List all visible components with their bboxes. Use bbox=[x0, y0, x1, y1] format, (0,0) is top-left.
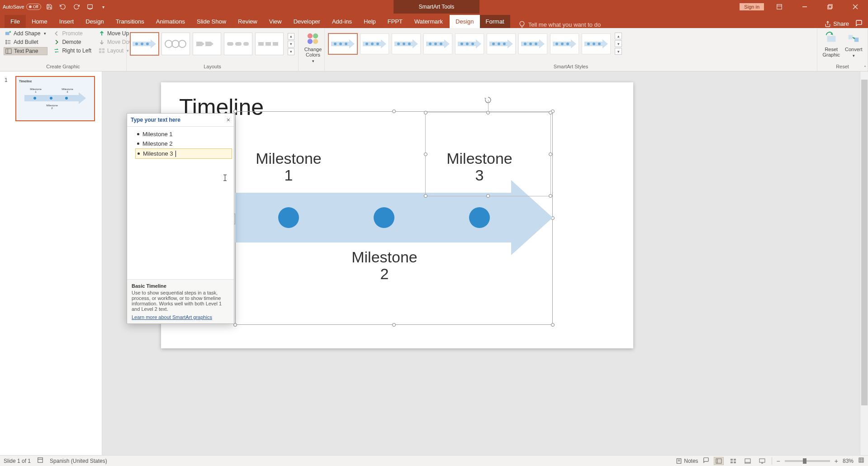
svg-rect-20 bbox=[102, 51, 104, 53]
styles-more[interactable]: ▴▾▾ bbox=[615, 33, 622, 55]
style-option-5[interactable] bbox=[455, 33, 484, 54]
fit-to-window-icon[interactable] bbox=[858, 457, 864, 465]
tab-animations[interactable]: Animations bbox=[150, 15, 191, 28]
tab-file[interactable]: File bbox=[5, 15, 26, 28]
tab-view[interactable]: View bbox=[263, 15, 288, 28]
change-colors-button[interactable]: Change Colors▾ bbox=[300, 30, 326, 63]
timeline-dot-1[interactable] bbox=[278, 207, 299, 228]
promote-button[interactable]: Promote bbox=[52, 30, 93, 37]
zoom-in-button[interactable]: + bbox=[835, 457, 838, 465]
add-shape-button[interactable]: Add Shape▾ bbox=[4, 30, 47, 37]
layout-option-1[interactable] bbox=[130, 33, 159, 55]
add-bullet-button[interactable]: Add Bullet bbox=[4, 38, 47, 46]
zoom-out-button[interactable]: − bbox=[777, 457, 780, 465]
reading-view-icon[interactable] bbox=[743, 457, 753, 465]
close-icon[interactable] bbox=[845, 0, 865, 14]
qat-more-icon[interactable]: ▾ bbox=[98, 1, 109, 12]
style-option-8[interactable] bbox=[550, 33, 579, 54]
slide-sorter-view-icon[interactable] bbox=[728, 457, 738, 465]
style-option-1[interactable] bbox=[328, 33, 357, 54]
arrow-left-icon bbox=[53, 30, 60, 37]
share-button[interactable]: Share bbox=[825, 20, 849, 27]
svg-rect-15 bbox=[6, 49, 11, 54]
start-from-beginning-icon[interactable] bbox=[85, 1, 95, 12]
minimize-icon[interactable] bbox=[795, 0, 815, 14]
tell-me-search[interactable]: Tell me what you want to do bbox=[518, 21, 601, 28]
group-label-layouts: Layouts bbox=[130, 62, 294, 71]
group-create-graphic: Add Shape▾ Add Bullet Text Pane Promote … bbox=[0, 28, 127, 71]
comments-icon[interactable] bbox=[855, 19, 863, 28]
tab-insert[interactable]: Insert bbox=[53, 15, 80, 28]
tab-watermark[interactable]: Watermark bbox=[408, 15, 449, 28]
group-smartart-styles: ▴▾▾ SmartArt Styles bbox=[325, 28, 817, 71]
autosave-toggle[interactable]: AutoSave Off bbox=[3, 4, 41, 10]
layout-option-2[interactable] bbox=[161, 33, 190, 55]
style-option-7[interactable] bbox=[518, 33, 547, 54]
reset-graphic-button[interactable]: Reset Graphic bbox=[821, 30, 842, 58]
tab-help[interactable]: Help bbox=[358, 15, 382, 28]
tab-developer[interactable]: Developer bbox=[288, 15, 326, 28]
convert-button[interactable]: Convert▾ bbox=[844, 30, 864, 58]
vertical-scrollbar[interactable] bbox=[860, 71, 868, 455]
svg-rect-38 bbox=[827, 36, 835, 42]
milestone-label-2[interactable]: Milestone2 bbox=[344, 249, 425, 283]
scrollbar-thumb[interactable] bbox=[861, 80, 868, 405]
smartart-timeline[interactable]: › Milestone1 Milestone2 Milestone3 bbox=[235, 111, 553, 325]
undo-icon[interactable] bbox=[57, 1, 68, 12]
text-pane-close-icon[interactable]: × bbox=[227, 116, 230, 124]
layout-option-5[interactable] bbox=[255, 33, 284, 55]
zoom-slider[interactable] bbox=[785, 460, 830, 462]
tab-smartart-design[interactable]: Design bbox=[450, 15, 479, 28]
zoom-level[interactable]: 83% bbox=[843, 458, 854, 464]
style-option-3[interactable] bbox=[392, 33, 421, 54]
text-pane-item-1[interactable]: Milestone 1 bbox=[135, 129, 232, 139]
tab-smartart-format[interactable]: Format bbox=[480, 15, 510, 28]
milestone-3-selection[interactable] bbox=[425, 112, 551, 196]
save-icon[interactable] bbox=[44, 1, 55, 12]
tab-slideshow[interactable]: Slide Show bbox=[191, 15, 232, 28]
text-pane-toggle[interactable]: Text Pane bbox=[4, 47, 47, 55]
tab-transitions[interactable]: Transitions bbox=[110, 15, 150, 28]
layout-option-4[interactable] bbox=[224, 33, 252, 55]
tab-home[interactable]: Home bbox=[26, 15, 53, 28]
notes-button[interactable]: Notes bbox=[676, 458, 698, 464]
style-option-6[interactable] bbox=[487, 33, 516, 54]
tab-fppt[interactable]: FPPT bbox=[382, 15, 408, 28]
style-option-9[interactable] bbox=[582, 33, 611, 54]
tab-addins[interactable]: Add-ins bbox=[326, 15, 358, 28]
collapse-ribbon-icon[interactable]: ˄ bbox=[864, 65, 866, 70]
group-label-styles: SmartArt Styles bbox=[328, 62, 813, 71]
svg-rect-53 bbox=[734, 461, 736, 463]
maximize-icon[interactable] bbox=[820, 0, 840, 14]
comments-status-icon[interactable] bbox=[703, 457, 709, 465]
sign-in-button[interactable]: Sign in bbox=[740, 3, 764, 10]
normal-view-icon[interactable] bbox=[714, 457, 724, 465]
style-option-2[interactable] bbox=[360, 33, 389, 54]
timeline-dot-2[interactable] bbox=[374, 207, 394, 228]
text-pane-item-3[interactable]: Milestone 3 bbox=[135, 148, 232, 159]
redo-icon[interactable] bbox=[71, 1, 82, 12]
svg-rect-28 bbox=[227, 42, 233, 46]
learn-more-link[interactable]: Learn more about SmartArt graphics bbox=[132, 314, 212, 320]
right-to-left-button[interactable]: Right to Left bbox=[52, 47, 93, 54]
layout-option-3[interactable] bbox=[193, 33, 221, 55]
timeline-dot-3[interactable] bbox=[469, 207, 490, 228]
text-pane-list[interactable]: Milestone 1 Milestone 2 Milestone 3 bbox=[127, 127, 234, 162]
language-status[interactable]: Spanish (United States) bbox=[50, 458, 107, 464]
svg-rect-50 bbox=[730, 459, 733, 461]
text-pane-item-2[interactable]: Milestone 2 bbox=[135, 139, 232, 148]
convert-icon bbox=[847, 32, 860, 45]
milestone-label-1[interactable]: Milestone1 bbox=[248, 150, 329, 184]
svg-rect-40 bbox=[849, 35, 853, 39]
slideshow-view-icon[interactable] bbox=[757, 457, 767, 465]
tab-review[interactable]: Review bbox=[232, 15, 263, 28]
style-option-4[interactable] bbox=[423, 33, 452, 54]
tab-design-main[interactable]: Design bbox=[80, 15, 109, 28]
lightbulb-icon bbox=[518, 21, 526, 28]
slide-counter[interactable]: Slide 1 of 1 bbox=[4, 458, 31, 464]
ribbon-display-options-icon[interactable] bbox=[769, 0, 789, 14]
slide-thumbnail-1[interactable]: Timeline Milestone 1 Milestone 3 Milesto… bbox=[15, 76, 95, 121]
demote-button[interactable]: Demote bbox=[52, 38, 93, 46]
layouts-more[interactable]: ▴▾▾ bbox=[288, 33, 294, 55]
accessibility-icon[interactable] bbox=[37, 457, 43, 465]
